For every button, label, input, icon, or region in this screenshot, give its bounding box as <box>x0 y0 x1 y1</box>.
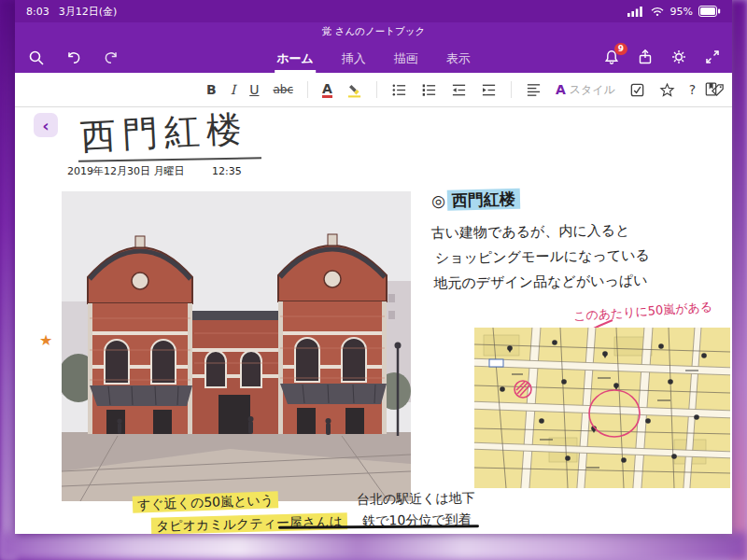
toolbar-divider <box>511 81 512 98</box>
star-marker-icon: ★ <box>39 331 52 349</box>
cellular-signal-icon <box>627 6 644 17</box>
status-bar: 8:03 3月12日(金) 95% <box>15 0 732 22</box>
toolbar-divider <box>307 81 308 98</box>
battery-percent: 95% <box>670 6 693 18</box>
fullscreen-toggle-icon[interactable] <box>704 49 721 65</box>
italic-button[interactable]: I <box>231 83 236 96</box>
page-title-handwriting: 西門紅楼 <box>79 107 249 161</box>
tab-view[interactable]: 表示 <box>444 45 472 73</box>
highlighted-heading: 西門紅楼 <box>447 189 521 211</box>
note-line: 地元のデザイン品などがいっぱい <box>433 268 650 296</box>
share-icon[interactable] <box>637 49 654 65</box>
search-icon[interactable] <box>28 49 45 66</box>
redo-icon[interactable] <box>103 49 120 66</box>
bottom-blur-band <box>0 532 747 560</box>
question-tag-button[interactable]: ? <box>689 83 696 96</box>
notification-badge: 9 <box>614 43 627 55</box>
yellow-highlight-note-line: タピオカミルクティー屋さんは <box>151 513 347 534</box>
tab-home[interactable]: ホーム <box>275 45 316 73</box>
bullet-list-icon[interactable] <box>391 82 407 98</box>
format-toolbar: B I U abc A <box>15 73 732 107</box>
circle-marker: ◎ <box>431 191 445 210</box>
notifications-button[interactable]: 9 <box>603 49 620 65</box>
note-heading: ◎西門紅楼 <box>431 189 520 212</box>
page-date: 2019年12月30日 月曜日 <box>67 165 185 177</box>
battery-icon <box>698 6 721 17</box>
toolbar-divider <box>376 81 377 98</box>
note-line: ショッピングモールになっている <box>435 243 650 271</box>
bold-button[interactable]: B <box>206 83 217 96</box>
undo-icon[interactable] <box>65 49 82 66</box>
back-button[interactable]: ‹ <box>34 113 58 137</box>
note-line: 古い建物であるが、内に入ると <box>430 217 649 245</box>
notebook-title: 覚 さんのノートブック <box>15 25 732 38</box>
page-date-row: 2019年12月30日 月曜日 12:35 <box>67 164 242 178</box>
align-icon[interactable] <box>526 82 542 98</box>
yellow-highlight-note-line: すぐ近くの50嵐という <box>133 492 279 513</box>
strikethrough-button[interactable]: abc <box>273 84 293 95</box>
tab-insert[interactable]: 挿入 <box>340 45 368 73</box>
status-time: 8:03 <box>26 6 49 18</box>
highlighter-icon[interactable] <box>346 82 362 98</box>
underline-button[interactable]: U <box>249 83 259 96</box>
top-navigation-bar: 覚 さんのノートブック ホーム 挿入 描画 表示 <box>15 22 732 73</box>
map-image[interactable] <box>474 328 730 488</box>
styles-button[interactable]: A スタイル <box>556 82 615 98</box>
status-date: 3月12日(金) <box>59 5 118 19</box>
star-tag-icon[interactable] <box>659 82 675 98</box>
pink-ink-note: このあたりに50嵐がある <box>573 299 713 325</box>
note-page-canvas[interactable]: ‹ 西門紅楼 2019年12月30日 月曜日 12:35 ★ <box>15 107 732 534</box>
outdent-icon[interactable] <box>451 82 467 98</box>
indent-icon[interactable] <box>481 82 497 98</box>
ribbon-tabs: ホーム 挿入 描画 表示 <box>275 45 472 73</box>
note-body: 古い建物であるが、内に入ると ショッピングモールになっている 地元のデザイン品な… <box>430 217 650 296</box>
styles-a-icon: A <box>556 82 566 97</box>
font-color-button[interactable]: A <box>322 82 332 98</box>
tab-draw[interactable]: 描画 <box>392 45 420 73</box>
wifi-icon <box>650 6 665 17</box>
page-time: 12:35 <box>212 165 242 177</box>
building-sketch-image[interactable] <box>62 191 411 501</box>
right-blur-band <box>730 0 747 560</box>
onenote-app-window: 8:03 3月12日(金) 95% 覚 さんのノートブック <box>15 0 732 534</box>
numbered-list-icon[interactable] <box>421 82 437 98</box>
settings-gear-icon[interactable] <box>670 49 687 65</box>
page-flag-icon[interactable] <box>703 81 719 97</box>
todo-checkbox-icon[interactable] <box>629 82 645 98</box>
